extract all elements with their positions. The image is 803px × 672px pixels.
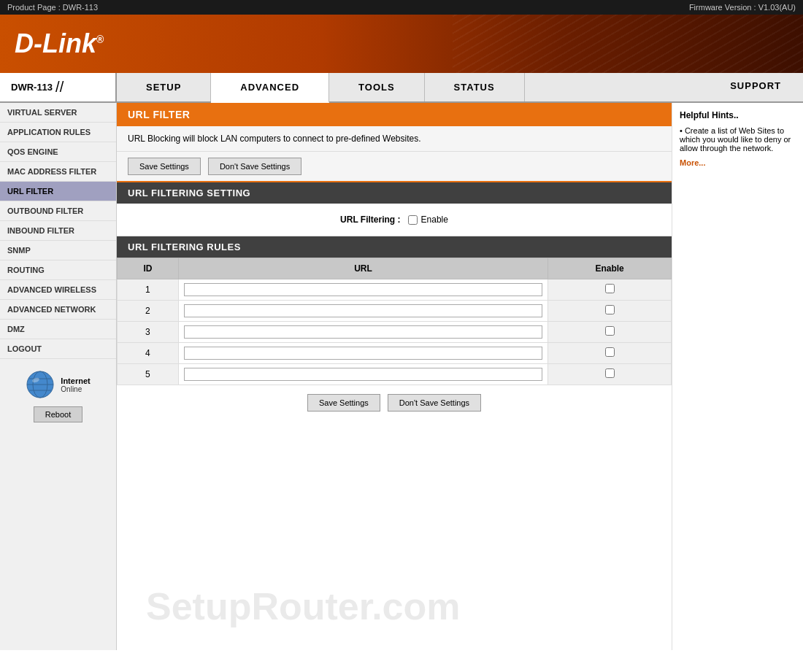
rules-header: URL FILTERING RULES (117, 236, 672, 258)
url-input-4[interactable] (184, 347, 542, 360)
tab-setup[interactable]: SETUP (117, 73, 211, 101)
row-url-cell (178, 343, 548, 364)
top-bar: Product Page : DWR-113 Firmware Version … (0, 0, 803, 15)
logo: D-Link® (15, 28, 104, 59)
url-input-1[interactable] (184, 283, 542, 296)
firmware-label: Firmware Version : V1.03(AU) (689, 3, 796, 12)
save-settings-button-bottom[interactable]: Save Settings (307, 394, 380, 412)
bottom-button-row: Save Settings Don't Save Settings (117, 385, 672, 420)
save-settings-button-top[interactable]: Save Settings (128, 158, 201, 175)
sidebar-item-url-filter[interactable]: URL FILTER (0, 182, 116, 201)
filtering-setting-header: URL FILTERING SETTING (117, 182, 672, 204)
row-id: 3 (118, 322, 179, 343)
col-header-enable: Enable (548, 258, 672, 279)
enable-checkbox-3[interactable] (605, 326, 615, 336)
hints-panel: Helpful Hints.. • Create a list of Web S… (672, 103, 803, 650)
top-button-row: Save Settings Don't Save Settings (117, 152, 672, 182)
row-id: 4 (118, 343, 179, 364)
url-input-2[interactable] (184, 304, 542, 317)
enable-label: Enable (421, 215, 448, 225)
row-url-cell (178, 322, 548, 343)
enable-checkbox-1[interactable] (605, 284, 615, 293)
tab-support[interactable]: SUPPORT (708, 73, 803, 101)
sidebar-item-routing[interactable]: ROUTING (0, 260, 116, 280)
table-row: 3 (118, 322, 672, 343)
col-header-url: URL (178, 258, 548, 279)
sidebar-item-advanced-network[interactable]: ADVANCED NETWORK (0, 300, 116, 320)
sidebar-item-advanced-wireless[interactable]: ADVANCED WIRELESS (0, 280, 116, 300)
reboot-button[interactable]: Reboot (34, 406, 82, 422)
table-row: 2 (118, 301, 672, 322)
enable-checkbox-4[interactable] (605, 347, 615, 357)
internet-status-text: Online (61, 385, 90, 393)
nav-device: DWR-113 // (0, 73, 117, 101)
enable-checkbox-label[interactable]: Enable (408, 215, 448, 225)
content-area: URL FILTER URL Blocking will block LAN c… (117, 103, 672, 650)
col-header-id: ID (118, 258, 179, 279)
page-title: URL FILTER (117, 103, 672, 126)
table-row: 4 (118, 343, 672, 364)
main-layout: VIRTUAL SERVER APPLICATION RULES QOS ENG… (0, 103, 803, 650)
row-id: 2 (118, 301, 179, 322)
rules-section: URL FILTERING RULES ID URL Enable 12345 (117, 236, 672, 385)
row-url-cell (178, 279, 548, 301)
enable-checkbox-2[interactable] (605, 305, 615, 314)
row-url-cell (178, 364, 548, 385)
tab-advanced[interactable]: ADVANCED (211, 73, 329, 103)
sidebar-item-virtual-server[interactable]: VIRTUAL SERVER (0, 103, 116, 123)
row-url-cell (178, 301, 548, 322)
sidebar-item-outbound-filter[interactable]: OUTBOUND FILTER (0, 201, 116, 221)
sidebar-item-application-rules[interactable]: APPLICATION RULES (0, 123, 116, 142)
rules-table: ID URL Enable 12345 (117, 258, 672, 385)
url-filtering-checkbox[interactable] (408, 215, 418, 225)
page-description: URL Blocking will block LAN computers to… (117, 126, 672, 152)
table-row: 1 (118, 279, 672, 301)
tab-status[interactable]: STATUS (425, 73, 525, 101)
sidebar-item-logout[interactable]: LOGOUT (0, 339, 116, 359)
internet-label: Internet (61, 376, 90, 385)
dont-save-settings-button-top[interactable]: Don't Save Settings (208, 158, 301, 175)
row-id: 5 (118, 364, 179, 385)
enable-checkbox-5[interactable] (605, 368, 615, 378)
internet-status: Internet Online (26, 370, 90, 399)
tab-tools[interactable]: TOOLS (329, 73, 425, 101)
row-enable-cell (548, 279, 672, 301)
row-enable-cell (548, 343, 672, 364)
header: D-Link® (0, 15, 803, 73)
sidebar-item-mac-address-filter[interactable]: MAC ADDRESS FILTER (0, 162, 116, 182)
table-row: 5 (118, 364, 672, 385)
nav-bar: DWR-113 // SETUP ADVANCED TOOLS STATUS S… (0, 73, 803, 103)
globe-icon (26, 370, 55, 399)
dont-save-settings-button-bottom[interactable]: Don't Save Settings (388, 394, 481, 412)
row-enable-cell (548, 322, 672, 343)
filtering-label: URL Filtering : (340, 215, 400, 225)
hints-more-link[interactable]: More... (680, 158, 796, 167)
hints-text: • Create a list of Web Sites to which yo… (680, 126, 796, 152)
row-enable-cell (548, 301, 672, 322)
sidebar: VIRTUAL SERVER APPLICATION RULES QOS ENG… (0, 103, 117, 650)
url-input-3[interactable] (184, 325, 542, 339)
sidebar-item-inbound-filter[interactable]: INBOUND FILTER (0, 221, 116, 241)
sidebar-item-dmz[interactable]: DMZ (0, 320, 116, 339)
hints-title: Helpful Hints.. (680, 110, 796, 120)
sidebar-item-qos-engine[interactable]: QOS ENGINE (0, 142, 116, 162)
row-enable-cell (548, 364, 672, 385)
url-input-5[interactable] (184, 368, 542, 381)
product-label: Product Page : DWR-113 (7, 3, 98, 12)
filtering-setting-row: URL Filtering : Enable (117, 204, 672, 236)
row-id: 1 (118, 279, 179, 301)
sidebar-item-snmp[interactable]: SNMP (0, 241, 116, 260)
sidebar-footer: Internet Online Reboot (0, 359, 116, 433)
